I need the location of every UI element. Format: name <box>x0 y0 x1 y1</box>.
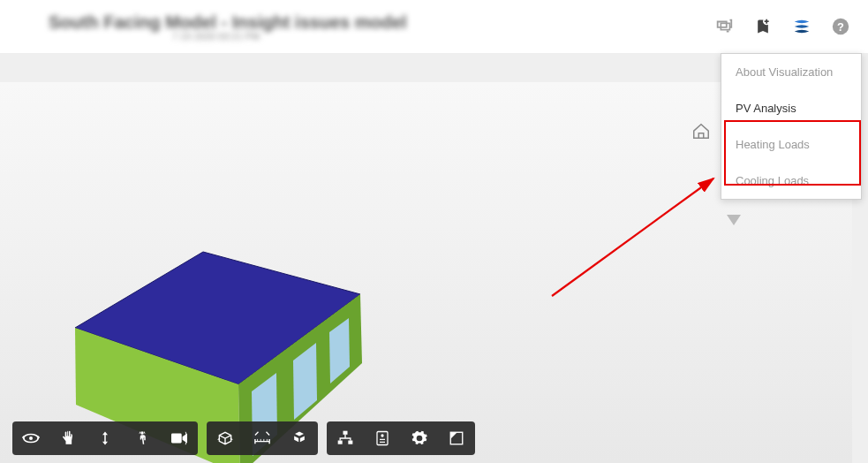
fullscreen-button[interactable] <box>438 421 475 455</box>
measure-button[interactable] <box>244 421 281 455</box>
svg-rect-13 <box>171 434 182 444</box>
svg-rect-17 <box>377 432 388 445</box>
svg-rect-14 <box>343 431 348 435</box>
camera-button[interactable] <box>161 421 198 455</box>
svg-rect-16 <box>348 441 352 444</box>
section-button[interactable] <box>207 421 244 455</box>
visualization-menu-icon[interactable] <box>792 17 811 36</box>
properties-button[interactable] <box>364 421 401 455</box>
navigation-tool-group <box>12 421 198 455</box>
svg-rect-20 <box>380 442 385 443</box>
model-browser-button[interactable] <box>327 421 364 455</box>
display-tool-group <box>207 421 318 455</box>
explode-button[interactable] <box>281 421 318 455</box>
zoom-button[interactable] <box>87 421 124 455</box>
help-icon[interactable]: ? <box>831 17 850 36</box>
svg-point-12 <box>140 431 143 434</box>
pan-button[interactable] <box>49 421 87 455</box>
settings-button[interactable] <box>401 421 438 455</box>
viewer-content: About Visualization PV Analysis Heating … <box>0 53 868 463</box>
bookmark-add-icon[interactable] <box>753 17 773 36</box>
svg-point-11 <box>29 436 33 440</box>
nav-down-icon[interactable] <box>725 213 744 232</box>
walk-button[interactable] <box>124 421 161 455</box>
model-tool-group <box>327 421 475 455</box>
menu-about-visualization[interactable]: About Visualization <box>721 54 861 90</box>
header-toolbar: ? <box>714 17 850 36</box>
svg-text:?: ? <box>837 20 844 34</box>
visualization-dropdown: About Visualization PV Analysis Heating … <box>721 53 862 200</box>
menu-cooling-loads[interactable]: Cooling Loads <box>721 163 861 199</box>
screens-icon[interactable] <box>714 17 734 36</box>
svg-point-18 <box>381 434 383 436</box>
nav-home-icon[interactable] <box>691 122 711 141</box>
menu-pv-analysis[interactable]: PV Analysis <box>721 90 861 126</box>
viewer-toolbar <box>12 421 475 455</box>
svg-rect-19 <box>380 439 385 440</box>
app-header: South Facing Model - Insight issues mode… <box>0 0 868 53</box>
timestamp: 7 23 2020 03:21 PM <box>172 31 407 42</box>
page-title: South Facing Model - Insight issues mode… <box>49 12 407 33</box>
orbit-button[interactable] <box>12 421 49 455</box>
svg-rect-15 <box>338 441 343 444</box>
title-area: South Facing Model - Insight issues mode… <box>49 12 407 42</box>
menu-heating-loads[interactable]: Heating Loads <box>721 126 861 163</box>
